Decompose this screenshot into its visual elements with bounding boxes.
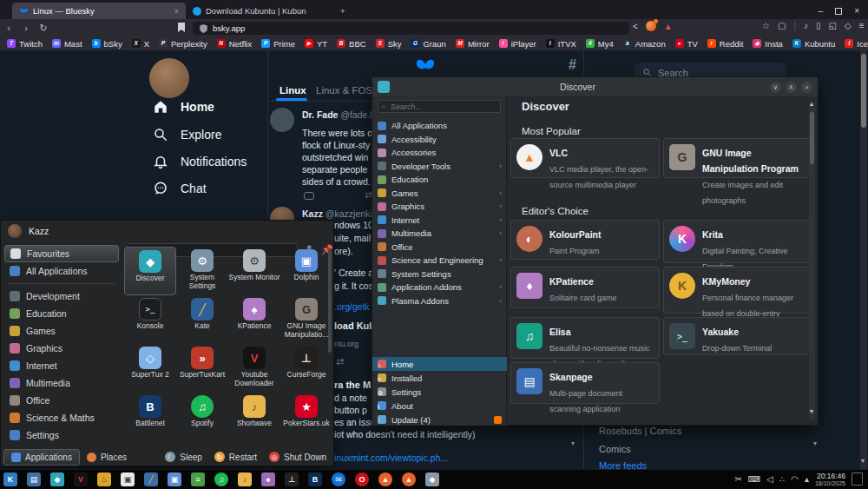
scrollbar-thumb[interactable] [861,54,866,128]
post-link-fragment[interactable]: inuxmint.com/viewtopic.ph... [334,453,448,463]
feed-tab-linux[interactable]: Linux [279,85,306,96]
nav-home[interactable]: ⌂Home [372,357,507,371]
category-graphics[interactable]: Graphics› [372,200,507,214]
brave-icon-2[interactable]: ▲ [402,472,416,486]
tab-bluesky[interactable]: Linux — Bluesky × [12,3,186,19]
category-accessibility[interactable]: Accessibility [372,133,507,147]
scroll-up-icon[interactable]: ▴ [810,100,813,108]
bookmark-item[interactable]: rReddit [707,39,743,49]
bookmark-item[interactable]: IITVX [546,39,576,49]
bookmark-item[interactable]: PPerplexity [159,39,207,49]
app-gimp[interactable]: GGNU Image Manipulatio... [280,295,332,344]
bookmark-item[interactable]: MMirror [456,39,490,49]
sidebar-item-home[interactable]: Home [153,99,214,115]
bookmark-item[interactable]: mMast [52,39,82,49]
bookmark-item[interactable]: NNetflix [217,39,252,49]
scrollbar-down-icon[interactable]: ▾ [861,457,865,465]
profile-avatar[interactable] [149,58,189,98]
peek-desktop-widget[interactable] [852,472,863,486]
sleep-button[interactable]: ☾Sleep [165,452,202,462]
menu-category-graphics[interactable]: Graphics [1,340,122,357]
discover-scrollbar-thumb[interactable] [810,112,814,164]
pip-icon[interactable]: ◱ [829,21,837,30]
collections-icon[interactable]: ☆ [762,21,770,30]
discover-title-bar[interactable]: Discover ∨ ∧ × [372,77,818,96]
app-pokerstars[interactable]: ★PokerStars.uk [280,393,332,441]
category-system-settings[interactable]: System Settings [372,268,507,281]
sidebar-item-explore[interactable]: Explore [153,127,221,142]
category-internet[interactable]: Internet› [372,214,507,228]
feed-link[interactable]: Comics [599,444,631,454]
bookmark-item[interactable]: ▸TV [675,39,698,49]
bookmark-item[interactable]: 4My4 [586,39,614,49]
app-curseforge[interactable]: ⊥CurseForge [280,344,332,393]
category-plasma-addons[interactable]: Plasma Addons› [372,294,507,308]
app-card-kpatience[interactable]: ♦ KPatienceSolitaire card game [510,267,660,308]
more-feeds-link[interactable]: More feeds [599,460,647,469]
feeds-hash-icon[interactable]: # [569,57,576,73]
app-card-skanpage[interactable]: ▤ SkanpageMulti-page document scanning a… [510,362,660,404]
menu-category-development[interactable]: Development [1,287,122,305]
share-icon[interactable]: < [633,22,638,31]
app-card-elisa[interactable]: ♫ ElisaBeautiful no-nonsense music playe… [510,317,660,359]
software-bag-icon[interactable]: ◆ [425,472,439,486]
menu-category-multimedia[interactable]: Multimedia [1,374,122,392]
reload-button[interactable]: ↻ [35,23,52,34]
tab-applications[interactable]: Applications [3,449,80,466]
sidebar-icon[interactable]: ▯ [816,21,821,30]
window-maximize-button[interactable]: ∧ [786,82,797,93]
category-developer-tools[interactable]: Developer Tools› [372,160,507,174]
expand-tray-icon[interactable]: ▴ [805,474,809,484]
nav-installed[interactable]: ≡Installed [372,371,507,385]
layers-icon[interactable]: ≡ [191,472,205,486]
app-youtube-downloader[interactable]: VYoutube Downloader [228,344,280,393]
app-spotify[interactable]: ♫Spotify [176,393,228,441]
kpatience-icon[interactable]: ♠ [261,472,275,486]
thunderbird-icon[interactable]: ✉ [332,472,345,486]
category-education[interactable]: Education [372,173,507,187]
discover-search-input[interactable] [378,100,501,113]
sidebar-item-notifications[interactable]: Notifications [153,154,247,169]
clipboard-scissors-icon[interactable]: ✂ [734,474,741,484]
url-bar[interactable]: bsky.app [193,22,629,35]
app-system-monitor[interactable]: ⚙System Monitor [228,247,280,295]
feed-link[interactable]: Rosebuds | Comics [599,426,681,436]
category-application-addons[interactable]: Application Addons› [372,281,507,294]
container-icon[interactable]: ▢ [778,21,786,30]
forward-button[interactable]: › [17,23,35,33]
shapes-icon[interactable]: ◇ [845,21,852,30]
youtube-downloader-icon[interactable]: V [74,472,88,486]
bookmark-item[interactable]: ▶YT [305,39,327,49]
app-card-kolourpaint[interactable]: ◐ KolourPaintPaint Program [510,220,660,260]
app-system-settings[interactable]: ⚙System Settings [176,247,228,295]
scroll-caret-icon[interactable]: ▾ [571,439,575,447]
restart-button[interactable]: ↻Restart [214,452,257,462]
music-note-icon[interactable]: ♪ [804,21,808,30]
kde-menu-icon[interactable]: K [3,472,17,486]
scroll-caret-icon[interactable]: ▾ [813,439,817,447]
scroll-down-icon[interactable]: ▾ [810,407,813,415]
spotify-icon[interactable]: ♫ [214,472,228,486]
bookmark-item[interactable]: iiPlayer [499,39,536,49]
app-kate[interactable]: ╱Kate [176,295,228,344]
bookmark-item[interactable]: GGraun [411,39,445,49]
kteatime-icon[interactable]: ♨ [97,472,111,486]
feed-tab-linux-foss[interactable]: Linux & FOS [316,85,372,96]
bookmark-item[interactable]: PPrime [261,39,295,49]
app-supertux2[interactable]: ◇SuperTux 2 [124,344,176,393]
keyboard-icon[interactable]: ⌨ [748,474,760,484]
app-shortwave[interactable]: ♪Shortwave [228,393,280,441]
window-close-button[interactable]: × [801,82,812,93]
nav-update[interactable]: ↑Update (4) [372,413,507,426]
tab-kubuntu[interactable]: Download Kubuntu | Kubun [186,3,333,19]
menu-category-science-maths[interactable]: Science & Maths [1,409,122,426]
bookmark-item[interactable]: ◉Insta [753,39,783,49]
nav-settings[interactable]: ⚙Settings [372,385,507,399]
shortwave-icon[interactable]: ♪ [238,472,252,486]
brave-icon[interactable]: ▲ [378,472,392,486]
app-card-gimp[interactable]: G GNU Image Manipulation ProgramCreate i… [663,138,812,178]
bookmark-item[interactable]: IIceland [845,39,868,49]
app-battlenet[interactable]: BBattlenet [124,393,176,441]
bookmark-item[interactable]: SSky [376,39,402,49]
sidebar-item-chat[interactable]: Chat [153,181,207,196]
